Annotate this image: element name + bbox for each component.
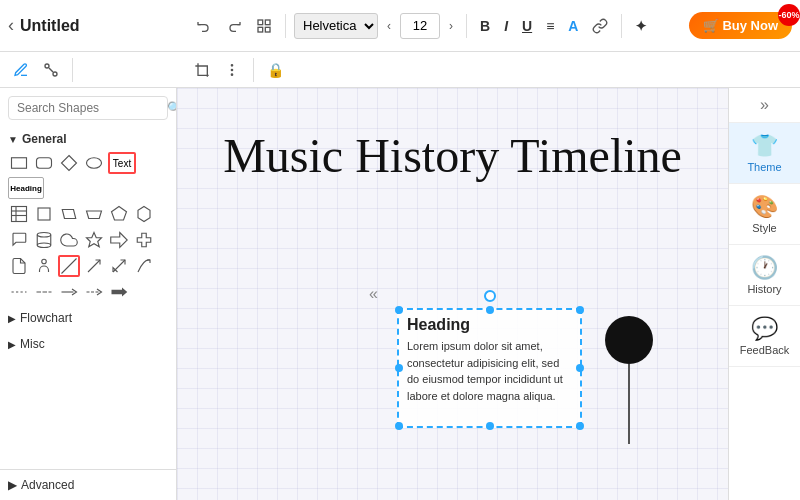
misc-section[interactable]: ▶ Misc: [0, 331, 176, 357]
shape-arrow[interactable]: [108, 229, 130, 251]
feedback-panel-item[interactable]: 💬 FeedBack: [729, 306, 800, 367]
handle-mid-right[interactable]: [576, 364, 584, 372]
canvas-area[interactable]: Music History Timeline Heading Lorem ips…: [177, 88, 728, 500]
shape-hexagon[interactable]: [133, 203, 155, 225]
extra-button[interactable]: [251, 14, 277, 38]
handle-bottom-mid[interactable]: [486, 422, 494, 430]
divider-1: [285, 14, 286, 38]
divider-t2-1: [72, 58, 73, 82]
toolbar-mid: Helvetica ‹ › B I U ≡ A ✦: [191, 13, 675, 39]
search-box[interactable]: 🔍: [8, 96, 168, 120]
list-button[interactable]: ≡: [541, 15, 559, 37]
general-section-header[interactable]: ▼ General: [0, 128, 176, 150]
shape-rect[interactable]: [8, 152, 30, 174]
theme-panel-item[interactable]: 👕 Theme: [729, 123, 800, 184]
extra-format-button[interactable]: ✦: [630, 15, 652, 37]
crop-button[interactable]: [189, 58, 215, 82]
shape-cloud[interactable]: [58, 229, 80, 251]
svg-rect-1: [265, 20, 270, 25]
history-panel-item[interactable]: 🕐 History: [729, 245, 800, 306]
underline-button[interactable]: U: [517, 15, 537, 37]
color-button[interactable]: A: [563, 15, 583, 37]
shape-table[interactable]: [8, 203, 30, 225]
back-button[interactable]: ‹: [8, 15, 14, 36]
box-heading[interactable]: Heading: [399, 310, 580, 338]
shape-line-sel[interactable]: [58, 255, 80, 277]
flowchart-label: Flowchart: [20, 311, 72, 325]
search-input[interactable]: [17, 101, 167, 115]
shape-double-arrow[interactable]: [108, 255, 130, 277]
shape-trapezoid[interactable]: [83, 203, 105, 225]
bold-button[interactable]: B: [475, 15, 495, 37]
svg-marker-21: [112, 207, 127, 221]
svg-point-8: [231, 69, 232, 70]
redo-button[interactable]: [221, 14, 247, 38]
shape-arrow-line[interactable]: [58, 281, 80, 303]
handle-top-left[interactable]: [395, 306, 403, 314]
font-size-decrease[interactable]: ‹: [382, 15, 396, 37]
shape-square[interactable]: [33, 203, 55, 225]
shape-diamond[interactable]: [58, 152, 80, 174]
shape-dashed[interactable]: [8, 281, 30, 303]
buy-now-button[interactable]: 🛒 Buy Now -60%: [689, 12, 792, 39]
expand-button[interactable]: »: [729, 88, 800, 123]
selected-text-box[interactable]: Heading Lorem ipsum dolor sit amet, cons…: [397, 308, 582, 428]
shape-dashed2[interactable]: [33, 281, 55, 303]
undo-button[interactable]: [191, 14, 217, 38]
shape-callout[interactable]: [8, 229, 30, 251]
svg-point-13: [87, 158, 102, 169]
buy-now-label: 🛒 Buy Now: [703, 18, 778, 33]
svg-marker-27: [87, 233, 102, 247]
general-label: General: [22, 132, 67, 146]
svg-rect-10: [12, 158, 27, 169]
handle-top-right[interactable]: [576, 306, 584, 314]
shape-doc[interactable]: [8, 255, 30, 277]
collapse-left-button[interactable]: «: [369, 285, 378, 303]
svg-point-7: [231, 64, 232, 65]
handle-mid-left[interactable]: [395, 364, 403, 372]
history-label: History: [747, 283, 781, 295]
connector-button[interactable]: [38, 58, 64, 82]
rotate-handle[interactable]: [484, 290, 496, 302]
divider-3: [621, 14, 622, 38]
search-icon: 🔍: [167, 101, 177, 115]
misc-label: Misc: [20, 337, 45, 351]
shape-cylinder[interactable]: [33, 229, 55, 251]
font-family-select[interactable]: Helvetica: [294, 13, 378, 39]
shape-rounded-rect[interactable]: [33, 152, 55, 174]
italic-button[interactable]: I: [499, 15, 513, 37]
handle-bottom-left[interactable]: [395, 422, 403, 430]
shape-cross[interactable]: [133, 229, 155, 251]
svg-point-29: [42, 259, 47, 264]
shape-block-arrow[interactable]: [108, 281, 130, 303]
svg-marker-20: [87, 211, 102, 219]
shape-parallelogram[interactable]: [58, 203, 80, 225]
lock-button[interactable]: 🔒: [262, 58, 289, 82]
shape-pentagon[interactable]: [108, 203, 130, 225]
link-button[interactable]: [587, 14, 613, 38]
main-area: 🔍 ▼ General Text: [0, 88, 800, 500]
advanced-section[interactable]: ▶ Advanced: [0, 469, 176, 500]
font-size-input[interactable]: [400, 13, 440, 39]
handle-bottom-right[interactable]: [576, 422, 584, 430]
style-label: Style: [752, 222, 776, 234]
shape-ellipse[interactable]: [83, 152, 105, 174]
font-size-increase[interactable]: ›: [444, 15, 458, 37]
shape-star[interactable]: [83, 229, 105, 251]
diagram-title[interactable]: Music History Timeline: [197, 108, 708, 213]
shape-dashed-arrow[interactable]: [83, 281, 105, 303]
style-panel-item[interactable]: 🎨 Style: [729, 184, 800, 245]
shape-arrow-diag[interactable]: [83, 255, 105, 277]
shape-text[interactable]: Text: [108, 152, 136, 174]
advanced-label: Advanced: [21, 478, 74, 492]
shape-heading[interactable]: Heading: [8, 177, 44, 199]
pen-tool-button[interactable]: [8, 58, 34, 82]
expand-icon: »: [760, 96, 769, 114]
circle-node[interactable]: [605, 316, 653, 364]
shape-curve[interactable]: [133, 255, 155, 277]
svg-marker-12: [62, 156, 77, 171]
shape-person[interactable]: [33, 255, 55, 277]
flowchart-section[interactable]: ▶ Flowchart: [0, 305, 176, 331]
handle-top-mid[interactable]: [486, 306, 494, 314]
more-button[interactable]: [219, 58, 245, 82]
